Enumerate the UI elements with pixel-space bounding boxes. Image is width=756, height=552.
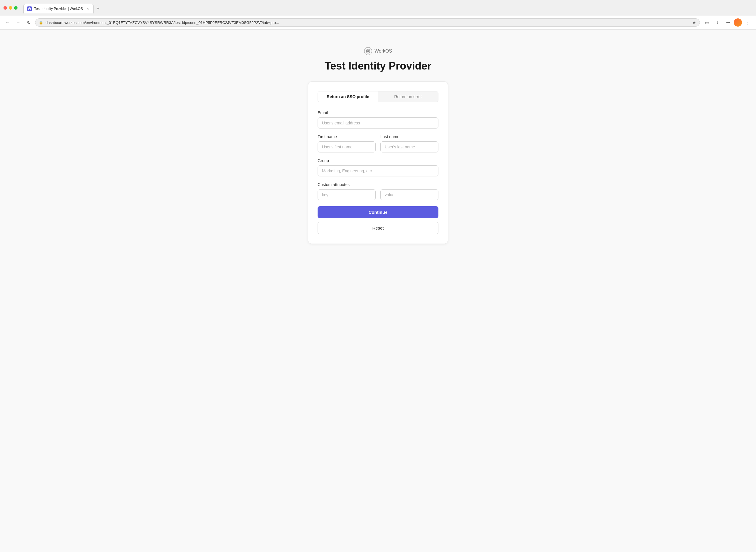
browser-toolbar: ← → ↻ 🔒 ★ ▭ ↓ ☰ ⋮: [0, 16, 756, 29]
extensions-button[interactable]: ▭: [702, 18, 712, 27]
tab-favicon: [27, 6, 32, 11]
reset-button[interactable]: Reset: [318, 222, 438, 234]
reload-button[interactable]: ↻: [24, 18, 33, 27]
email-label: Email: [318, 110, 438, 115]
custom-attributes-label: Custom attributes: [318, 182, 438, 187]
tab-bar: Test Identity Provider | WorkOS ✕ +: [20, 3, 105, 13]
minimize-button[interactable]: [9, 6, 12, 10]
last-name-label: Last name: [380, 134, 438, 139]
tab-close-button[interactable]: ✕: [85, 6, 90, 11]
close-button[interactable]: [3, 6, 7, 10]
svg-point-1: [29, 8, 30, 9]
email-input[interactable]: [318, 117, 438, 129]
last-name-input[interactable]: [380, 141, 438, 152]
group-field-group: Group: [318, 158, 438, 176]
continue-button[interactable]: Continue: [318, 206, 438, 218]
address-bar[interactable]: 🔒 ★: [35, 18, 700, 27]
download-icon: ↓: [716, 20, 719, 25]
first-name-input[interactable]: [318, 141, 376, 152]
download-button[interactable]: ↓: [713, 18, 722, 27]
page-content: WorkOS Test Identity Provider Return an …: [0, 29, 756, 552]
new-tab-button[interactable]: +: [94, 3, 102, 13]
first-name-label: First name: [318, 134, 376, 139]
toolbar-actions: ▭ ↓ ☰ ⋮: [702, 18, 753, 27]
workos-logo-icon: [364, 47, 372, 55]
active-tab[interactable]: Test Identity Provider | WorkOS ✕: [23, 4, 94, 13]
last-name-field-group: Last name: [380, 134, 438, 152]
dots-icon: ⋮: [746, 20, 750, 25]
brand-name-label: WorkOS: [375, 48, 392, 54]
url-input[interactable]: [45, 20, 690, 25]
form-card: Return an SSO profile Return an error Em…: [308, 82, 448, 244]
email-field-group: Email: [318, 110, 438, 129]
tab-title: Test Identity Provider | WorkOS: [34, 7, 83, 11]
tab-switcher: Return an SSO profile Return an error: [318, 91, 438, 102]
traffic-lights: [3, 6, 17, 10]
name-fields-row: First name Last name: [318, 134, 438, 158]
forward-button[interactable]: →: [14, 18, 22, 27]
browser-chrome: Test Identity Provider | WorkOS ✕ + ← → …: [0, 0, 756, 29]
custom-value-input[interactable]: [380, 189, 438, 200]
custom-attributes-row: [318, 189, 438, 200]
tab-sso-profile[interactable]: Return an SSO profile: [318, 92, 378, 102]
browser-titlebar: Test Identity Provider | WorkOS ✕ +: [0, 0, 756, 16]
security-icon: 🔒: [39, 20, 43, 24]
custom-key-input[interactable]: [318, 189, 376, 200]
back-button[interactable]: ←: [3, 18, 12, 27]
group-label: Group: [318, 158, 438, 163]
svg-point-3: [367, 50, 369, 52]
tab-return-error[interactable]: Return an error: [378, 92, 438, 102]
sidebar-icon: ☰: [726, 20, 730, 25]
maximize-button[interactable]: [14, 6, 17, 10]
brand-logo: WorkOS: [364, 47, 392, 55]
puzzle-icon: ▭: [705, 20, 709, 25]
custom-attributes-group: Custom attributes: [318, 182, 438, 200]
page-title: Test Identity Provider: [325, 60, 431, 72]
group-input[interactable]: [318, 165, 438, 176]
profile-button[interactable]: [734, 18, 742, 27]
bookmark-icon[interactable]: ★: [692, 20, 696, 25]
menu-button[interactable]: ⋮: [743, 18, 753, 27]
sidebar-toggle-button[interactable]: ☰: [723, 18, 733, 27]
first-name-field-group: First name: [318, 134, 376, 152]
